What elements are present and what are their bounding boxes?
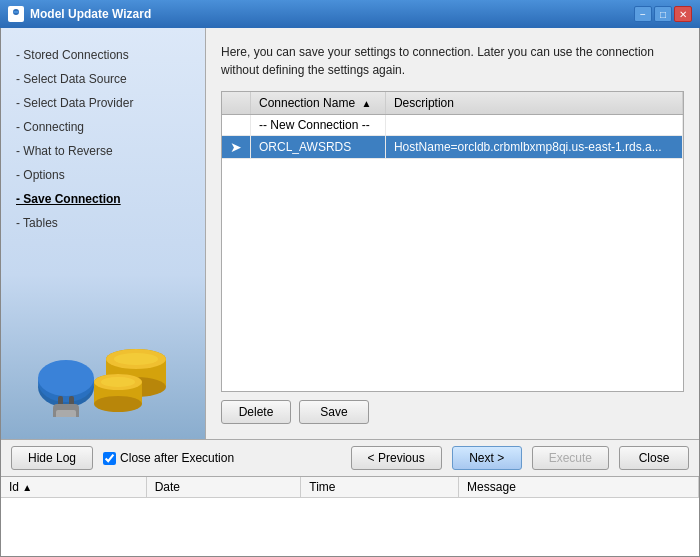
window-controls: − □ ✕ bbox=[634, 6, 692, 22]
log-col-id[interactable]: Id ▲ bbox=[1, 477, 146, 498]
svg-point-16 bbox=[94, 396, 142, 412]
execute-button[interactable]: Execute bbox=[532, 446, 609, 470]
close-button[interactable]: ✕ bbox=[674, 6, 692, 22]
sidebar-nav: - Stored Connections- Select Data Source… bbox=[1, 38, 205, 309]
col-description[interactable]: Description bbox=[385, 92, 682, 115]
save-button[interactable]: Save bbox=[299, 400, 369, 424]
sidebar-item-save-connection[interactable]: - Save Connection bbox=[16, 187, 190, 211]
svg-point-13 bbox=[114, 353, 158, 365]
log-col-time[interactable]: Time bbox=[301, 477, 459, 498]
row-arrow-icon bbox=[222, 115, 251, 136]
hide-log-button[interactable]: Hide Log bbox=[11, 446, 93, 470]
next-button[interactable]: Next > bbox=[452, 446, 522, 470]
table-header-row: Connection Name ▲ Description bbox=[222, 92, 683, 115]
sidebar-image bbox=[18, 319, 188, 419]
log-col-date[interactable]: Date bbox=[146, 477, 301, 498]
connection-table-wrapper: Connection Name ▲ Description -- New Con… bbox=[221, 91, 684, 392]
sidebar-item-stored-connections[interactable]: - Stored Connections bbox=[16, 43, 190, 67]
connection-desc-cell bbox=[385, 115, 682, 136]
connection-desc-cell: HostName=orcldb.crbmlbxmp8qi.us-east-1.r… bbox=[385, 136, 682, 159]
log-table: Id ▲ Date Time Message bbox=[1, 477, 699, 498]
col-arrow bbox=[222, 92, 251, 115]
log-sort-icon: ▲ bbox=[22, 482, 32, 493]
connection-name-cell: -- New Connection -- bbox=[251, 115, 386, 136]
log-col-message[interactable]: Message bbox=[459, 477, 699, 498]
main-container: - Stored Connections- Select Data Source… bbox=[0, 28, 700, 557]
svg-rect-8 bbox=[56, 410, 76, 417]
row-arrow-icon: ➤ bbox=[222, 136, 251, 159]
table-row[interactable]: ➤ORCL_AWSRDSHostName=orcldb.crbmlbxmp8qi… bbox=[222, 136, 683, 159]
maximize-button[interactable]: □ bbox=[654, 6, 672, 22]
delete-button[interactable]: Delete bbox=[221, 400, 291, 424]
sort-arrow-icon: ▲ bbox=[361, 98, 371, 109]
sidebar-item-select-data-provider[interactable]: - Select Data Provider bbox=[16, 91, 190, 115]
minimize-button[interactable]: − bbox=[634, 6, 652, 22]
table-actions: Delete Save bbox=[221, 400, 684, 424]
description-text: Here, you can save your settings to conn… bbox=[221, 43, 684, 79]
svg-point-4 bbox=[38, 360, 94, 396]
col-connection-name[interactable]: Connection Name ▲ bbox=[251, 92, 386, 115]
close-after-label[interactable]: Close after Execution bbox=[103, 451, 234, 465]
sidebar-item-tables[interactable]: - Tables bbox=[16, 211, 190, 235]
bottom-bar: Hide Log Close after Execution < Previou… bbox=[1, 439, 699, 476]
window-title: Model Update Wizard bbox=[30, 7, 634, 21]
sidebar-item-select-data-source[interactable]: - Select Data Source bbox=[16, 67, 190, 91]
svg-point-18 bbox=[101, 377, 135, 387]
sidebar-item-connecting[interactable]: - Connecting bbox=[16, 115, 190, 139]
sidebar-item-options[interactable]: - Options bbox=[16, 163, 190, 187]
close-after-checkbox[interactable] bbox=[103, 452, 116, 465]
previous-button[interactable]: < Previous bbox=[351, 446, 442, 470]
log-area: Id ▲ Date Time Message bbox=[1, 476, 699, 556]
db-illustration-icon bbox=[28, 322, 178, 417]
sidebar: - Stored Connections- Select Data Source… bbox=[1, 28, 206, 439]
content-area: - Stored Connections- Select Data Source… bbox=[1, 28, 699, 439]
title-bar: Model Update Wizard − □ ✕ bbox=[0, 0, 700, 28]
connection-table: Connection Name ▲ Description -- New Con… bbox=[222, 92, 683, 159]
table-row[interactable]: -- New Connection -- bbox=[222, 115, 683, 136]
close-button-bottom[interactable]: Close bbox=[619, 446, 689, 470]
right-panel: Here, you can save your settings to conn… bbox=[206, 28, 699, 439]
sidebar-item-what-to-reverse[interactable]: - What to Reverse bbox=[16, 139, 190, 163]
log-header-row: Id ▲ Date Time Message bbox=[1, 477, 699, 498]
svg-point-1 bbox=[13, 11, 19, 13]
connection-name-cell: ORCL_AWSRDS bbox=[251, 136, 386, 159]
app-icon bbox=[8, 6, 24, 22]
